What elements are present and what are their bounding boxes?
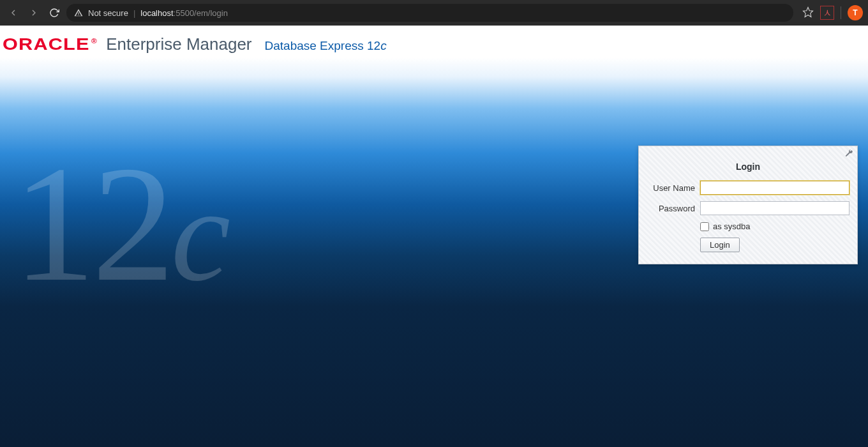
address-url: localhost:5500/em/login: [140, 8, 228, 18]
product-subtitle: Database Express 12c: [265, 39, 387, 53]
username-row: User Name: [647, 181, 849, 195]
back-button[interactable]: [5, 4, 22, 21]
watermark-suffix: c: [171, 160, 227, 308]
forward-button[interactable]: [26, 4, 42, 21]
password-row: Password: [647, 201, 849, 215]
watermark-number: 12: [13, 132, 171, 315]
bookmark-star-icon[interactable]: [802, 6, 814, 20]
pdf-extension-icon[interactable]: 人: [820, 6, 834, 20]
browser-chrome: Not secure | localhost:5500/em/login 人 T: [0, 0, 868, 26]
password-input[interactable]: [700, 201, 849, 215]
oracle-logo-text: ORACLE: [3, 34, 90, 54]
not-secure-label: Not secure: [88, 8, 128, 18]
page-body: ORACLE® Enterprise Manager Database Expr…: [0, 26, 868, 447]
reload-button[interactable]: [46, 4, 63, 21]
sysdba-label: as sysdba: [713, 222, 751, 231]
username-label: User Name: [647, 183, 700, 193]
address-separator: |: [133, 8, 135, 18]
address-bar[interactable]: Not secure | localhost:5500/em/login: [66, 4, 793, 22]
product-subtitle-suffix: c: [380, 39, 387, 52]
not-secure-icon: [74, 8, 83, 17]
product-title: Enterprise Manager: [106, 34, 251, 54]
registered-mark: ®: [91, 38, 98, 45]
page-header: ORACLE® Enterprise Manager Database Expr…: [3, 34, 387, 54]
chrome-divider: [841, 6, 841, 19]
url-rest: :5500/em/login: [174, 8, 228, 18]
sysdba-checkbox[interactable]: [700, 222, 709, 231]
oracle-logo: ORACLE®: [3, 34, 98, 54]
background-watermark: 12c: [13, 140, 227, 307]
password-label: Password: [647, 204, 700, 213]
settings-wrench-icon[interactable]: [844, 149, 853, 160]
sysdba-row: as sysdba: [700, 222, 849, 231]
login-title: Login: [647, 162, 849, 172]
svg-marker-0: [804, 7, 813, 17]
product-subtitle-prefix: Database Express 12: [265, 39, 381, 52]
url-host: localhost: [140, 8, 173, 18]
username-input[interactable]: [700, 181, 849, 195]
login-button[interactable]: Login: [700, 238, 740, 252]
login-panel: Login User Name Password as sysdba Login: [638, 146, 858, 264]
profile-avatar[interactable]: T: [848, 5, 863, 20]
